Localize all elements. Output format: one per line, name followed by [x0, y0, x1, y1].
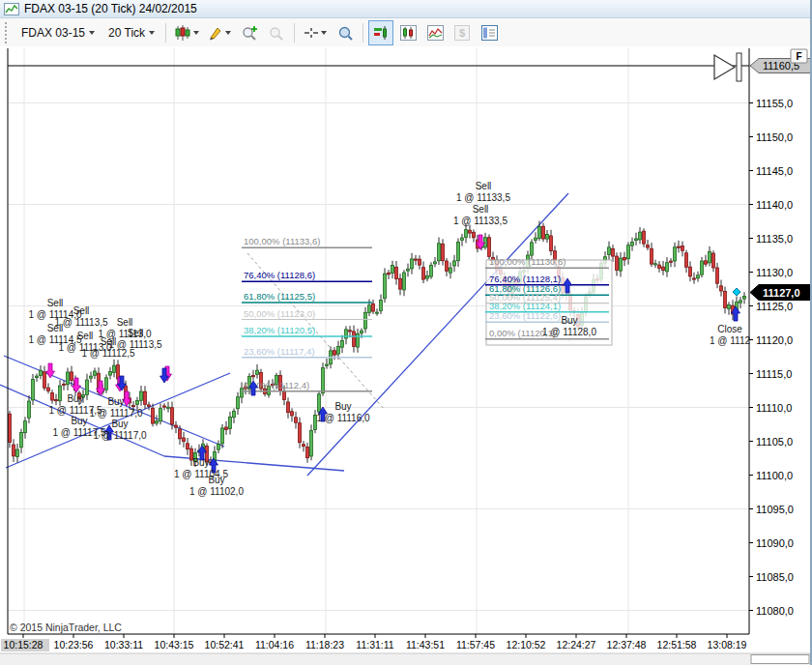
ninjatrader-chart-window: FDAX 03-15 (20 Tick) 24/02/2015 FDAX 03-… — [0, 0, 812, 665]
candle — [720, 286, 723, 291]
candle — [299, 423, 302, 443]
fib-level-label: 100,00% (11133,6) — [244, 236, 320, 246]
candlestick-panel-button[interactable] — [395, 20, 420, 45]
fast-forward-bar-icon[interactable] — [737, 53, 741, 81]
candle — [662, 267, 665, 271]
instrument-selector[interactable]: FDAX 03-15 — [15, 22, 101, 43]
candle — [415, 259, 418, 260]
candle — [473, 232, 476, 238]
time-tick-label: 11:18:23 — [305, 639, 344, 651]
candle — [16, 449, 19, 456]
crosshair-button[interactable] — [300, 20, 331, 45]
candle — [310, 431, 313, 456]
candle — [337, 347, 340, 355]
candle — [160, 409, 162, 421]
candle — [453, 261, 456, 266]
candle — [705, 261, 708, 264]
time-tick-label: 12:10:52 — [507, 639, 546, 651]
candle — [403, 273, 406, 290]
candle — [488, 238, 491, 257]
candle — [709, 251, 711, 262]
interval-selector[interactable]: 20 Tick — [102, 22, 160, 43]
copyright-text: © 2015 NinjaTrader, LLC — [10, 622, 122, 633]
candle — [422, 268, 425, 279]
scrollbar-right-box[interactable] — [751, 655, 809, 664]
candle — [550, 236, 553, 251]
fib-level-label: 50,00% (11123,0) — [244, 308, 315, 319]
candle — [399, 278, 402, 289]
drawing-tools-button[interactable] — [204, 20, 235, 45]
candle — [546, 234, 549, 239]
time-tick-label: 11:57:45 — [456, 639, 495, 651]
candle — [94, 371, 97, 375]
trade-label-side: Buy — [561, 315, 577, 326]
candle — [187, 444, 189, 449]
candle — [32, 380, 35, 400]
trade-label-price: 1 @ 11116,0 — [316, 413, 370, 423]
zoom-in-button[interactable] — [237, 20, 262, 45]
candle — [442, 244, 445, 260]
properties-panel-button[interactable] — [477, 20, 502, 45]
title-bar[interactable]: FDAX 03-15 (20 Tick) 24/02/2015 — [0, 0, 810, 18]
candle — [283, 391, 286, 399]
candle — [67, 372, 70, 385]
candle — [334, 351, 336, 355]
candle — [47, 388, 50, 390]
candle — [326, 364, 329, 365]
toolbar-grip[interactable] — [5, 22, 11, 43]
time-tick-label: 10:15:28 — [4, 639, 44, 651]
candle — [183, 438, 186, 442]
candle — [716, 268, 719, 283]
candle — [535, 238, 537, 240]
price-tick-label: 11095,0 — [756, 504, 794, 515]
window-title: FDAX 03-15 (20 Tick) 24/02/2015 — [24, 2, 197, 15]
trade-label-price: 1 @ 11117,0 — [93, 430, 147, 441]
candle — [743, 297, 746, 300]
candle — [647, 246, 650, 247]
line-panel-button[interactable] — [422, 20, 448, 45]
candle — [627, 246, 630, 259]
time-tick-label: 11:04:16 — [255, 639, 294, 651]
candle — [167, 407, 170, 408]
trade-label-price: 1 @ 11133,5 — [453, 216, 508, 226]
toolbar-separator — [165, 23, 166, 43]
candle — [407, 269, 410, 271]
price-tick-label: 11120,0 — [756, 334, 793, 346]
f-button-label: F — [796, 51, 801, 62]
trade-label-price: 1 @ 11133,5 — [456, 192, 510, 203]
price-tick-label: 11135,0 — [756, 233, 793, 245]
candle — [71, 372, 73, 381]
time-tick-label: 12:24:27 — [557, 639, 596, 651]
trade-label-side: Sell — [128, 328, 144, 338]
price-tick-label: 11115,0 — [756, 368, 792, 380]
candle — [651, 248, 653, 264]
price-tick-label: 11150,0 — [756, 131, 793, 143]
data-box-button[interactable] — [333, 20, 358, 45]
candle — [678, 246, 681, 247]
candle — [28, 401, 31, 418]
candle — [380, 301, 383, 311]
candle — [225, 427, 228, 430]
bottom-scrollbar[interactable] — [0, 653, 812, 665]
toolbar: FDAX 03-15 20 Tick — [0, 18, 810, 48]
candle — [318, 394, 321, 412]
candle — [152, 408, 155, 423]
trade-label-side: Sell — [473, 204, 489, 215]
chart-trader-button[interactable] — [368, 20, 393, 45]
price-tag-last-label: 11127,0 — [763, 287, 800, 299]
chevron-down-icon — [225, 31, 231, 35]
chevron-down-icon — [193, 31, 199, 35]
chevron-down-icon — [89, 31, 95, 35]
candle — [113, 365, 116, 372]
chart-style-button[interactable] — [171, 20, 202, 45]
candle — [256, 370, 259, 374]
zoom-out-button — [264, 20, 289, 45]
candle — [697, 275, 700, 278]
candle — [287, 402, 290, 413]
fib-level-label: 76,40% (11128,6) — [244, 270, 315, 280]
trade-label-price: 1 @ 11102,0 — [189, 486, 244, 497]
price-tick-label: 11130,0 — [756, 267, 793, 278]
trade-label-side: Sell — [117, 317, 133, 328]
trade-label-side: Buy — [334, 401, 351, 412]
time-tick-label: 11:31:11 — [356, 639, 393, 651]
